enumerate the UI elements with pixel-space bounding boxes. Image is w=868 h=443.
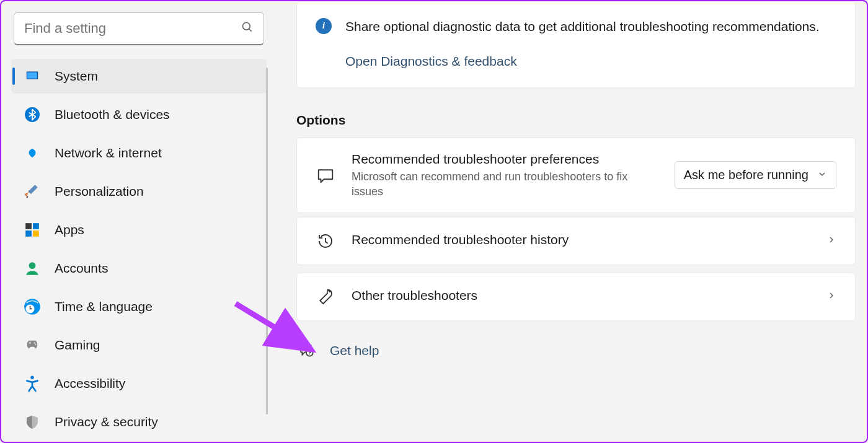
open-diagnostics-link[interactable]: Open Diagnostics & feedback bbox=[345, 54, 820, 69]
accounts-icon bbox=[24, 260, 41, 277]
main-panel: i Share optional diagnostic data to get … bbox=[274, 1, 867, 442]
sidebar-item-time[interactable]: Time & language bbox=[11, 289, 267, 324]
chevron-right-icon bbox=[826, 291, 836, 303]
wrench-icon bbox=[316, 287, 335, 307]
other-title: Other troubleshooters bbox=[352, 288, 810, 303]
accessibility-icon bbox=[24, 375, 41, 392]
nav: SystemBluetooth & devicesNetwork & inter… bbox=[11, 59, 267, 439]
network-icon bbox=[24, 144, 41, 162]
sidebar-item-label: Time & language bbox=[55, 299, 153, 314]
svg-rect-8 bbox=[25, 230, 32, 237]
sidebar-item-system[interactable]: System bbox=[11, 59, 267, 94]
svg-point-17 bbox=[309, 354, 309, 355]
sidebar-item-bluetooth[interactable]: Bluetooth & devices bbox=[11, 97, 267, 132]
personalization-icon bbox=[24, 183, 41, 200]
get-help-row[interactable]: Get help bbox=[296, 333, 856, 368]
sidebar-item-label: Accounts bbox=[55, 261, 108, 276]
sidebar: SystemBluetooth & devicesNetwork & inter… bbox=[1, 1, 274, 442]
sidebar-item-gaming[interactable]: Gaming bbox=[11, 328, 267, 362]
chevron-right-icon bbox=[826, 235, 836, 247]
gaming-icon bbox=[24, 336, 41, 354]
sidebar-item-privacy[interactable]: Privacy & security bbox=[11, 405, 267, 439]
pref-title: Recommended troubleshooter preferences bbox=[352, 152, 658, 167]
sidebar-item-label: Accessibility bbox=[55, 376, 125, 391]
svg-point-13 bbox=[33, 342, 35, 343]
troubleshooter-history-card[interactable]: Recommended troubleshooter history bbox=[296, 217, 856, 265]
sidebar-item-label: Apps bbox=[55, 222, 84, 237]
sidebar-item-accounts[interactable]: Accounts bbox=[11, 251, 267, 286]
search-icon bbox=[241, 21, 254, 36]
system-icon bbox=[24, 68, 41, 85]
sidebar-item-apps[interactable]: Apps bbox=[11, 213, 267, 247]
pref-dropdown-value: Ask me before running bbox=[684, 168, 808, 182]
svg-rect-4 bbox=[28, 72, 37, 78]
pref-dropdown[interactable]: Ask me before running bbox=[675, 161, 836, 189]
diagnostics-info-text: Share optional diagnostic data to get ad… bbox=[345, 17, 820, 37]
get-help-link[interactable]: Get help bbox=[330, 343, 379, 358]
svg-rect-9 bbox=[33, 230, 39, 237]
time-icon bbox=[24, 298, 41, 315]
pref-subtitle: Microsoft can recommend and run troubles… bbox=[352, 169, 658, 200]
svg-point-10 bbox=[29, 262, 36, 269]
sidebar-item-label: Network & internet bbox=[55, 146, 162, 160]
troubleshooter-preferences-card[interactable]: Recommended troubleshooter preferences M… bbox=[296, 138, 856, 214]
info-icon: i bbox=[316, 18, 332, 34]
sidebar-item-label: Privacy & security bbox=[55, 414, 158, 429]
sidebar-item-accessibility[interactable]: Accessibility bbox=[11, 366, 267, 401]
sidebar-item-label: Bluetooth & devices bbox=[55, 107, 170, 122]
svg-point-15 bbox=[30, 376, 33, 379]
sidebar-item-network[interactable]: Network & internet bbox=[11, 136, 267, 170]
svg-rect-7 bbox=[33, 223, 39, 229]
sidebar-item-personalization[interactable]: Personalization bbox=[11, 174, 267, 209]
sidebar-item-label: System bbox=[55, 69, 98, 84]
chevron-down-icon bbox=[817, 168, 827, 182]
search-box[interactable] bbox=[14, 12, 264, 45]
apps-icon bbox=[24, 221, 41, 239]
help-icon bbox=[299, 342, 316, 359]
sidebar-item-label: Personalization bbox=[55, 184, 144, 199]
svg-point-0 bbox=[243, 23, 250, 30]
options-heading: Options bbox=[296, 113, 856, 128]
search-input[interactable] bbox=[24, 20, 241, 37]
svg-line-1 bbox=[249, 29, 252, 32]
chat-icon bbox=[316, 165, 335, 185]
svg-rect-6 bbox=[25, 223, 32, 229]
diagnostics-info-card: i Share optional diagnostic data to get … bbox=[296, 1, 856, 88]
svg-point-14 bbox=[35, 344, 36, 345]
bluetooth-icon bbox=[24, 106, 41, 123]
history-title: Recommended troubleshooter history bbox=[352, 232, 810, 247]
history-icon bbox=[316, 231, 335, 251]
other-troubleshooters-card[interactable]: Other troubleshooters bbox=[296, 273, 856, 321]
privacy-icon bbox=[24, 413, 41, 431]
sidebar-item-label: Gaming bbox=[55, 338, 100, 353]
